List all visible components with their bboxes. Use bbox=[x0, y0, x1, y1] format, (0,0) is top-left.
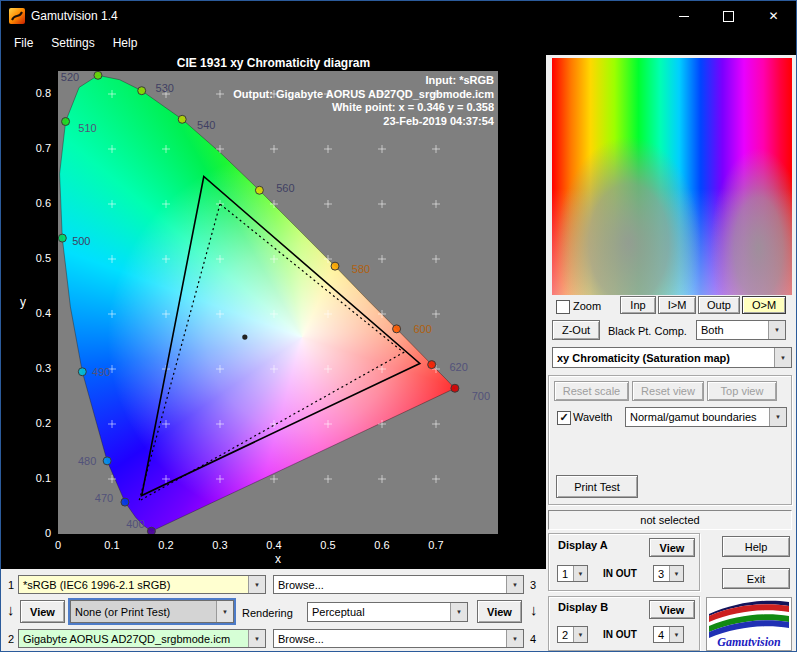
combo-arrow-icon bbox=[768, 321, 785, 339]
down-arrow-icon: ↓ bbox=[530, 602, 538, 617]
input-browse-value: Browse... bbox=[274, 576, 506, 593]
wavelth-checkbox-label: Wavelth bbox=[573, 410, 612, 424]
display-b-inout-label: IN OUT bbox=[591, 629, 649, 640]
chromaticity-plot[interactable]: Input: *sRGBOutput: Gigabyte AORUS AD27Q… bbox=[58, 71, 498, 534]
wavelength-dot-560 bbox=[255, 186, 263, 194]
display-a-in-value: 1 bbox=[558, 566, 573, 581]
display-b-view-button[interactable]: View bbox=[649, 600, 695, 619]
spectral-locus-outline bbox=[60, 75, 455, 531]
wavelength-label-500: 500 bbox=[72, 235, 90, 247]
x-tick-label: 0.3 bbox=[205, 539, 235, 552]
x-tick-label: 0.7 bbox=[421, 539, 451, 552]
logo-text: Gamutvision bbox=[717, 635, 781, 649]
test-pattern-combo[interactable]: None (or Print Test) bbox=[70, 600, 234, 623]
view-output-button[interactable]: View bbox=[477, 600, 522, 623]
combo-arrow-icon bbox=[506, 630, 523, 647]
wavelength-label-490: 490 bbox=[92, 366, 110, 378]
combo-arrow-icon bbox=[573, 627, 587, 642]
wavelth-checkbox[interactable] bbox=[557, 411, 571, 425]
chart-title: CIE 1931 xy Chromaticity diagram bbox=[1, 56, 546, 70]
inp-button[interactable]: Inp bbox=[620, 296, 656, 314]
combo-arrow-icon bbox=[669, 627, 683, 642]
wavelength-label-600: 600 bbox=[413, 323, 431, 335]
black-pt-comp-combo[interactable]: Both bbox=[696, 320, 786, 340]
wavelength-label-620: 620 bbox=[449, 361, 467, 373]
input-profile-combo[interactable]: *sRGB (IEC6 1996-2.1 sRGB) bbox=[18, 575, 266, 594]
display-a-out-combo[interactable]: 3 bbox=[653, 565, 684, 582]
display-b-out-combo[interactable]: 4 bbox=[653, 626, 684, 643]
input-profile-value: *sRGB (IEC6 1996-2.1 sRGB) bbox=[19, 576, 248, 593]
annotation-line: White point: x = 0.346 y = 0.358 bbox=[233, 101, 494, 115]
display-a-in-combo[interactable]: 1 bbox=[557, 565, 588, 582]
titlebar[interactable]: Gamutvision 1.4 ✕ bbox=[1, 1, 796, 31]
wavelength-label-510: 510 bbox=[78, 122, 96, 134]
combo-arrow-icon bbox=[769, 408, 786, 426]
x-tick-label: 0 bbox=[43, 539, 73, 552]
combo-arrow-icon bbox=[774, 348, 791, 367]
z-out-button[interactable]: Z-Out bbox=[552, 320, 600, 340]
wavelength-label-580: 580 bbox=[352, 263, 370, 275]
y-tick-label: 0.5 bbox=[17, 252, 51, 265]
maximize-button[interactable] bbox=[706, 1, 751, 31]
menu-file[interactable]: File bbox=[5, 33, 42, 53]
wavelength-dot-600 bbox=[393, 325, 401, 333]
black-pt-comp-value: Both bbox=[697, 321, 768, 339]
y-tick-label: 0.6 bbox=[17, 197, 51, 210]
output-profile-combo[interactable]: Gigabyte AORUS AD27QD_srgbmode.icm bbox=[18, 629, 266, 648]
display-b-out-value: 4 bbox=[654, 627, 669, 642]
app-icon bbox=[9, 8, 25, 24]
close-button[interactable]: ✕ bbox=[751, 1, 796, 31]
slot3-label: 3 bbox=[530, 579, 536, 591]
slot2-label: 2 bbox=[8, 633, 14, 645]
reset-scale-button[interactable]: Reset scale bbox=[554, 381, 629, 401]
rendering-intent-value: Perceptual bbox=[308, 603, 450, 621]
o-to-m-button[interactable]: O>M bbox=[742, 296, 786, 314]
view-input-button[interactable]: View bbox=[20, 600, 65, 623]
menu-help[interactable]: Help bbox=[104, 33, 147, 53]
wavelength-dot-540 bbox=[178, 115, 186, 123]
exit-button[interactable]: Exit bbox=[722, 568, 790, 589]
input-browse-combo[interactable]: Browse... bbox=[273, 575, 524, 594]
outp-button[interactable]: Outp bbox=[698, 296, 740, 314]
view-mode-combo[interactable]: xy Chromaticity (Saturation map) bbox=[552, 347, 792, 368]
output-profile-value: Gigabyte AORUS AD27QD_srgbmode.icm bbox=[19, 630, 248, 647]
x-tick-label: 0.5 bbox=[313, 539, 343, 552]
menu-settings[interactable]: Settings bbox=[42, 33, 103, 53]
reset-view-button[interactable]: Reset view bbox=[632, 381, 704, 401]
boundaries-combo[interactable]: Normal/gamut boundaries bbox=[625, 407, 787, 427]
help-button[interactable]: Help bbox=[722, 536, 790, 557]
status-box: not selected bbox=[548, 510, 792, 530]
rendering-label: Rendering bbox=[242, 606, 293, 620]
test-pattern-value: None (or Print Test) bbox=[71, 601, 216, 622]
combo-arrow-icon bbox=[248, 630, 265, 647]
output-browse-combo[interactable]: Browse... bbox=[273, 629, 524, 648]
y-tick-label: 0 bbox=[17, 527, 51, 540]
wavelength-dot-480 bbox=[103, 457, 111, 465]
display-b-in-combo[interactable]: 2 bbox=[557, 626, 588, 643]
x-tick-label: 0.1 bbox=[97, 539, 127, 552]
wavelength-dot-580 bbox=[331, 262, 339, 270]
wavelength-dot-510 bbox=[62, 118, 70, 126]
print-test-button[interactable]: Print Test bbox=[556, 475, 638, 498]
y-tick-label: 0.3 bbox=[17, 362, 51, 375]
y-tick-label: 0.7 bbox=[17, 142, 51, 155]
wavelength-dot-490 bbox=[78, 368, 86, 376]
wavelength-label-480: 480 bbox=[78, 455, 96, 467]
display-a-view-button[interactable]: View bbox=[649, 538, 695, 557]
x-tick-label: 0.6 bbox=[367, 539, 397, 552]
view-options-group: Reset scale Reset view Top view Wavelth … bbox=[548, 375, 792, 505]
zoom-checkbox[interactable] bbox=[556, 300, 570, 314]
white-point-marker bbox=[242, 335, 247, 340]
wavelength-label-520: 520 bbox=[61, 71, 79, 83]
close-icon: ✕ bbox=[768, 9, 778, 23]
top-view-button[interactable]: Top view bbox=[707, 381, 777, 401]
grid-marks bbox=[108, 90, 440, 483]
display-b-in-value: 2 bbox=[558, 627, 573, 642]
rendering-intent-combo[interactable]: Perceptual bbox=[307, 602, 468, 622]
minimize-button[interactable] bbox=[661, 1, 706, 31]
i-to-m-button[interactable]: I>M bbox=[658, 296, 696, 314]
annotation-line: Input: *sRGB bbox=[233, 74, 494, 88]
wavelength-label-400: 400 bbox=[126, 518, 144, 530]
annotation-line: Output: Gigabyte AORUS AD27QD_srgbmode.i… bbox=[233, 88, 494, 102]
bottom-panel: 1 *sRGB (IEC6 1996-2.1 sRGB) Browse... 3… bbox=[1, 569, 546, 652]
